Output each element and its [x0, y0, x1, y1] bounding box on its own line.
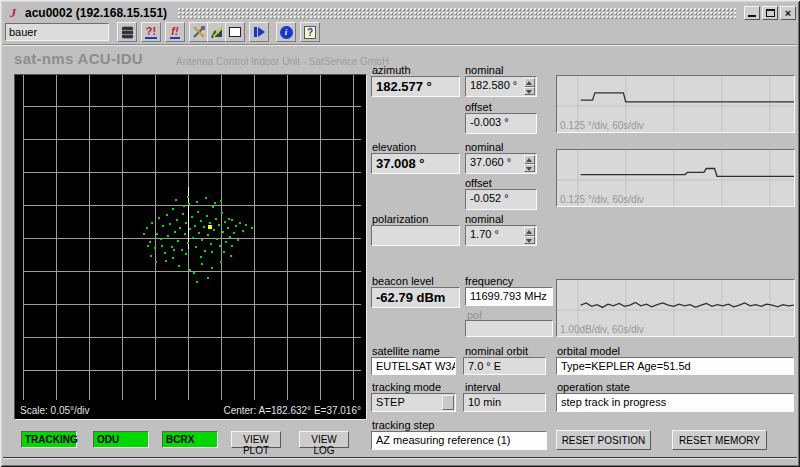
tools-button[interactable]: [189, 22, 209, 42]
polarization-nominal-field[interactable]: 1.70 °: [465, 225, 537, 246]
window-icon: [229, 27, 241, 37]
tracking-mode-value: STEP: [376, 396, 443, 408]
database-button[interactable]: [117, 22, 137, 42]
spin-up-button[interactable]: [524, 155, 535, 164]
toolbar-separator: [3, 44, 797, 46]
beacon-trend-label: 1.00dB/div, 60s/div: [560, 324, 644, 335]
panel-title: sat-nms ACU-IDU: [14, 50, 143, 67]
satellite-name-field[interactable]: EUTELSAT W3A: [371, 357, 456, 375]
frequency-label: frequency: [465, 275, 513, 287]
status-bcrx: BCRX: [162, 431, 218, 448]
spin-up-button[interactable]: [524, 78, 535, 87]
help-icon: ?: [304, 26, 316, 39]
close-icon: ×: [781, 7, 795, 19]
azimuth-offset-value: -0.003 °: [465, 113, 537, 134]
status-tracking: TRACKING: [21, 431, 77, 448]
elevation-offset-value: -0.052 °: [465, 189, 537, 210]
tools-icon: [192, 25, 206, 39]
elevation-trend-label: 0.125 °/div, 60s/div: [560, 194, 644, 205]
operation-state-value: step track in progress: [556, 393, 794, 412]
spin-up-button[interactable]: [524, 227, 535, 236]
tracking-step-label: tracking step: [372, 419, 434, 431]
plot-edit-button[interactable]: [207, 22, 227, 42]
polarization-value: [371, 225, 460, 246]
title-bar: J acu0002 (192.168.15.151) ×: [4, 4, 796, 21]
polarization-nominal-spinner: [524, 227, 535, 244]
orbital-model-value: Type=KEPLER Age=51.5d: [556, 357, 794, 375]
minimize-icon: [748, 15, 756, 17]
azimuth-value: 182.577 °: [371, 76, 460, 97]
elevation-label: elevation: [372, 141, 416, 153]
run-step-icon: [254, 27, 265, 37]
tracking-mode-label: tracking mode: [372, 381, 441, 393]
azimuth-nominal-value: 182.580 °: [470, 79, 524, 91]
maximize-icon: [766, 9, 775, 17]
spin-down-button[interactable]: [524, 164, 535, 173]
plot-edit-icon: [210, 25, 224, 39]
plot-center-label: Center: A=182.632° E=37.016°: [223, 405, 361, 416]
plot-scale-label: Scale: 0.05°/div: [20, 405, 90, 416]
elevation-offset-label: offset: [465, 177, 492, 189]
polarization-nominal-label: nominal: [465, 213, 504, 225]
interval-label: interval: [465, 381, 500, 393]
orbital-model-label: orbital model: [557, 345, 620, 357]
query-alert-button[interactable]: ?!: [141, 22, 161, 42]
app-icon[interactable]: J: [6, 6, 20, 20]
view-log-button[interactable]: VIEW LOG: [299, 431, 349, 448]
polarization-nominal-value: 1.70 °: [470, 228, 524, 240]
elevation-nominal-field[interactable]: 37.060 °: [465, 153, 537, 174]
dropdown-button[interactable]: [442, 395, 454, 410]
info-icon: i: [280, 26, 293, 39]
titlebar-texture: [177, 7, 736, 19]
operation-state-label: operation state: [557, 381, 630, 393]
help-button[interactable]: ?: [300, 22, 320, 42]
azimuth-trend-label: 0.125 °/div, 60s/div: [560, 120, 644, 131]
spin-down-button[interactable]: [524, 236, 535, 245]
reset-position-button[interactable]: RESET POSITION: [556, 430, 651, 450]
azimuth-nominal-field[interactable]: 182.580 °: [465, 76, 537, 97]
view-plot-button[interactable]: VIEW PLOT: [231, 431, 281, 448]
elevation-nominal-label: nominal: [465, 141, 504, 153]
beacon-pol-value: [465, 320, 553, 337]
beacon-trend-chart: 1.00dB/div, 60s/div: [556, 279, 795, 337]
azimuth-label: azimuth: [372, 64, 411, 76]
azimuth-offset-label: offset: [465, 101, 492, 113]
bottom-separator: [3, 457, 797, 459]
plot-dots: [15, 75, 366, 419]
database-icon: [122, 26, 133, 39]
user-input[interactable]: [5, 23, 109, 41]
elevation-nominal-spinner: [524, 155, 535, 172]
run-step-button[interactable]: [249, 22, 269, 42]
maximize-button[interactable]: [762, 6, 778, 20]
function-alert-icon: f!: [170, 26, 179, 39]
scatter-plot: Scale: 0.05°/div Center: A=182.632° E=37…: [14, 74, 367, 420]
azimuth-nominal-label: nominal: [465, 64, 504, 76]
beacon-level-label: beacon level: [372, 275, 434, 287]
info-button[interactable]: i: [276, 22, 296, 42]
nominal-orbit-value: 7.0 ° E: [463, 357, 546, 375]
elevation-nominal-value: 37.060 °: [470, 156, 524, 168]
polarization-label: polarization: [372, 213, 428, 225]
reset-memory-button[interactable]: RESET MEMORY: [672, 430, 767, 450]
window-view-button[interactable]: [225, 22, 245, 42]
frequency-field[interactable]: 11699.793 MHz: [465, 287, 553, 306]
query-alert-icon: ?!: [145, 26, 157, 39]
tracking-mode-combo[interactable]: STEP: [371, 393, 456, 412]
beacon-level-value: -62.79 dBm: [371, 287, 460, 308]
close-button[interactable]: ×: [780, 6, 796, 20]
status-odu: ODU: [93, 431, 149, 448]
tracking-step-value[interactable]: AZ measuring reference (1): [371, 431, 547, 450]
nominal-orbit-label: nominal orbit: [465, 345, 528, 357]
function-alert-button[interactable]: f!: [165, 22, 185, 42]
interval-value: 10 min: [463, 393, 546, 412]
window-title: acu0002 (192.168.15.151): [25, 6, 167, 20]
spin-down-button[interactable]: [524, 87, 535, 96]
app-window: J acu0002 (192.168.15.151) × ?! f! i ? s…: [0, 0, 800, 467]
azimuth-trend-chart: 0.125 °/div, 60s/div: [556, 75, 795, 133]
minimize-button[interactable]: [744, 6, 760, 20]
panel-subtitle: Antenna Control Indoor Unit - SatService…: [176, 56, 389, 67]
elevation-trend-chart: 0.125 °/div, 60s/div: [556, 149, 795, 207]
azimuth-nominal-spinner: [524, 78, 535, 95]
elevation-value: 37.008 °: [371, 153, 460, 174]
satellite-name-label: satellite name: [372, 345, 440, 357]
